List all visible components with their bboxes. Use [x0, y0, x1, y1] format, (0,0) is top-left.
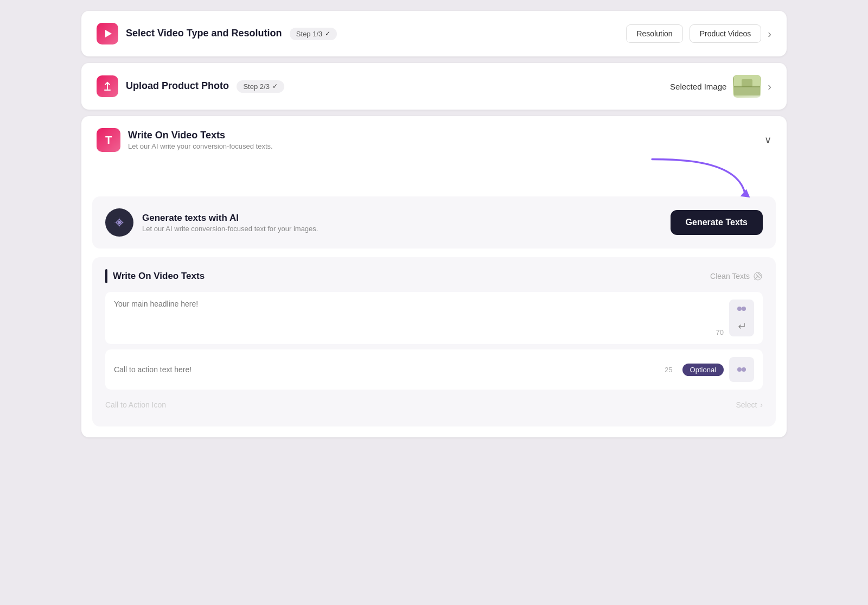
step2-left: Upload Product Photo Step 2/3 ✓ — [97, 75, 284, 97]
step2-check: ✓ — [272, 82, 278, 90]
generate-text-group: Generate texts with AI Let our AI write … — [142, 213, 318, 233]
vts-header: Write On Video Texts Clean Texts — [105, 269, 763, 283]
svg-rect-6 — [742, 79, 752, 87]
step1-card: Select Video Type and Resolution Step 1/… — [81, 11, 787, 56]
step2-chevron[interactable]: › — [768, 80, 771, 93]
headline-input[interactable] — [114, 300, 724, 332]
select-label: Select — [736, 400, 757, 409]
svg-marker-8 — [741, 189, 750, 198]
headline-char-count: 70 — [716, 328, 724, 336]
video-icon — [97, 23, 118, 44]
headline-actions — [729, 300, 754, 336]
step1-title-group: Select Video Type and Resolution Step 1/… — [126, 28, 337, 40]
write-title: Write On Video Texts — [128, 130, 273, 141]
cta-input[interactable] — [114, 365, 659, 374]
write-left: T Write On Video Texts Let our AI write … — [97, 128, 273, 152]
cta-icon-label: Call to Action Icon — [105, 400, 166, 409]
step2-title-group: Upload Product Photo Step 2/3 ✓ — [126, 80, 284, 93]
write-chevron-down[interactable]: ∨ — [764, 134, 771, 146]
clean-texts-button[interactable]: Clean Texts — [710, 271, 763, 281]
cta-icon-right[interactable]: Select › — [736, 400, 763, 409]
cta-icon-row: Call to Action Icon Select › — [105, 395, 763, 415]
generate-subtitle: Let our AI write conversion-focused text… — [142, 225, 318, 233]
selected-image-label: Selected Image — [670, 82, 726, 91]
step1-check: ✓ — [325, 30, 330, 37]
svg-point-17 — [742, 367, 746, 372]
split-icon[interactable] — [737, 304, 746, 316]
vts-bar — [105, 269, 107, 283]
step2-right: Selected Image › — [670, 75, 771, 98]
svg-point-16 — [737, 367, 742, 372]
step2-badge: Step 2/3 ✓ — [237, 80, 284, 93]
svg-rect-5 — [734, 86, 760, 95]
step1-chevron[interactable]: › — [768, 28, 771, 40]
upload-icon — [97, 75, 118, 97]
ai-arrow — [640, 153, 760, 207]
step1-badge: Step 1/3 ✓ — [290, 28, 337, 40]
step1-title: Select Video Type and Resolution — [126, 28, 282, 39]
svg-rect-3 — [104, 90, 111, 91]
generate-title: Generate texts with AI — [142, 213, 318, 224]
write-card: T Write On Video Texts Let our AI write … — [81, 116, 787, 437]
headline-field-wrapper: 70 — [114, 300, 724, 336]
svg-point-14 — [737, 307, 742, 311]
write-subtitle: Let our AI write your conversion-focused… — [128, 142, 273, 150]
cta-split-button[interactable] — [729, 357, 754, 382]
video-texts-section: Write On Video Texts Clean Texts 70 — [92, 257, 776, 426]
generate-texts-button[interactable]: Generate Texts — [671, 210, 763, 235]
vts-title: Write On Video Texts — [113, 271, 205, 282]
optional-badge: Optional — [682, 364, 724, 376]
write-icon: T — [97, 128, 120, 152]
step2-card: Upload Product Photo Step 2/3 ✓ Selected… — [81, 63, 787, 110]
return-icon[interactable] — [737, 320, 746, 332]
step1-left: Select Video Type and Resolution Step 1/… — [97, 23, 337, 44]
resolution-tab[interactable]: Resolution — [626, 24, 682, 43]
product-videos-tab[interactable]: Product Videos — [690, 24, 762, 43]
write-title-group: Write On Video Texts Let our AI write yo… — [128, 130, 273, 150]
step1-right: Resolution Product Videos › — [626, 24, 771, 43]
vts-title-row: Write On Video Texts — [105, 269, 205, 283]
cta-chevron[interactable]: › — [760, 400, 763, 409]
ai-icon — [105, 208, 133, 237]
generate-left: Generate texts with AI Let our AI write … — [105, 208, 318, 237]
headline-input-row: 70 — [105, 292, 763, 344]
selected-image-thumbnail[interactable] — [733, 75, 761, 98]
step2-title: Upload Product Photo — [126, 80, 229, 91]
cta-input-row: 25 Optional — [105, 349, 763, 390]
clean-icon — [753, 271, 763, 281]
cta-char-count: 25 — [665, 366, 672, 374]
svg-point-15 — [742, 307, 746, 311]
